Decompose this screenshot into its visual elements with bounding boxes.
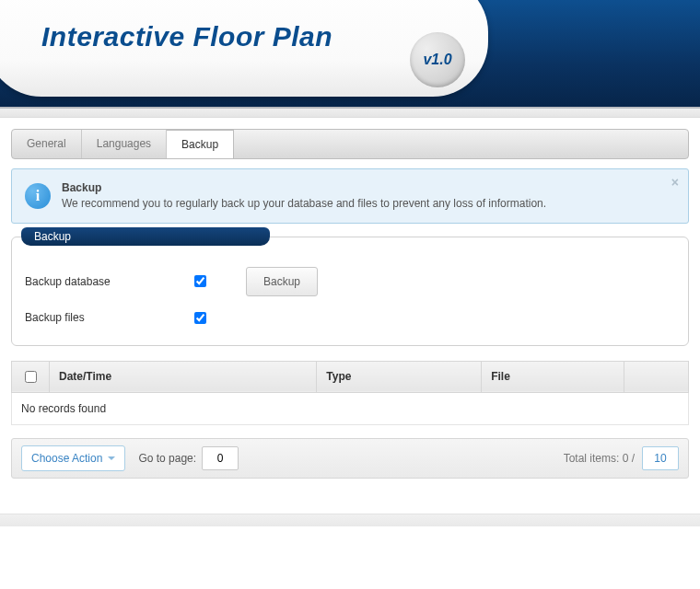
row-backup-files: Backup files (25, 309, 675, 327)
info-text: Backup We recommend you to regularly bac… (62, 180, 546, 212)
table-footer: Choose Action Go to page: Total items: 0… (11, 438, 689, 479)
column-file[interactable]: File (482, 361, 624, 392)
close-icon[interactable]: × (671, 175, 679, 190)
column-actions (624, 361, 689, 392)
table-row-empty: No records found (12, 392, 689, 424)
tab-languages[interactable]: Languages (82, 130, 167, 158)
go-to-page-label: Go to page: (138, 452, 196, 465)
checkbox-backup-database[interactable] (194, 275, 206, 287)
choose-action-dropdown[interactable]: Choose Action (21, 445, 125, 471)
backup-button[interactable]: Backup (246, 267, 318, 296)
page-input[interactable] (202, 446, 239, 470)
chevron-down-icon (108, 456, 115, 460)
content-area: General Languages Backup i Backup We rec… (0, 118, 700, 490)
info-title: Backup (62, 181, 101, 194)
row-backup-database: Backup database Backup (25, 267, 675, 296)
label-backup-database: Backup database (25, 275, 191, 288)
info-message: We recommend you to regularly back up yo… (62, 197, 546, 210)
header-divider (0, 109, 700, 118)
label-backup-files: Backup files (25, 311, 191, 324)
column-type[interactable]: Type (317, 361, 482, 392)
column-select-all (12, 361, 50, 392)
fieldset-legend: Backup (21, 227, 270, 246)
per-page-input[interactable] (642, 446, 679, 470)
tab-bar: General Languages Backup (11, 129, 689, 159)
info-icon: i (25, 183, 51, 209)
total-items-label: Total items: 0 / (564, 452, 635, 465)
page-footer-band (0, 514, 700, 526)
choose-action-label: Choose Action (31, 452, 102, 465)
info-banner: i Backup We recommend you to regularly b… (11, 168, 689, 224)
records-table: Date/Time Type File No records found (11, 361, 689, 425)
version-badge: v1.0 (410, 32, 465, 87)
backup-fieldset: Backup Backup database Backup Backup fil… (11, 237, 689, 346)
app-header: Interactive Floor Plan v1.0 (0, 0, 700, 109)
app-title: Interactive Floor Plan (41, 21, 332, 52)
checkbox-backup-files[interactable] (194, 312, 206, 324)
checkbox-select-all[interactable] (25, 371, 37, 383)
empty-message: No records found (12, 392, 689, 424)
go-to-page: Go to page: (138, 446, 239, 470)
column-datetime[interactable]: Date/Time (50, 361, 317, 392)
tab-general[interactable]: General (12, 130, 82, 158)
tab-backup[interactable]: Backup (167, 130, 234, 158)
